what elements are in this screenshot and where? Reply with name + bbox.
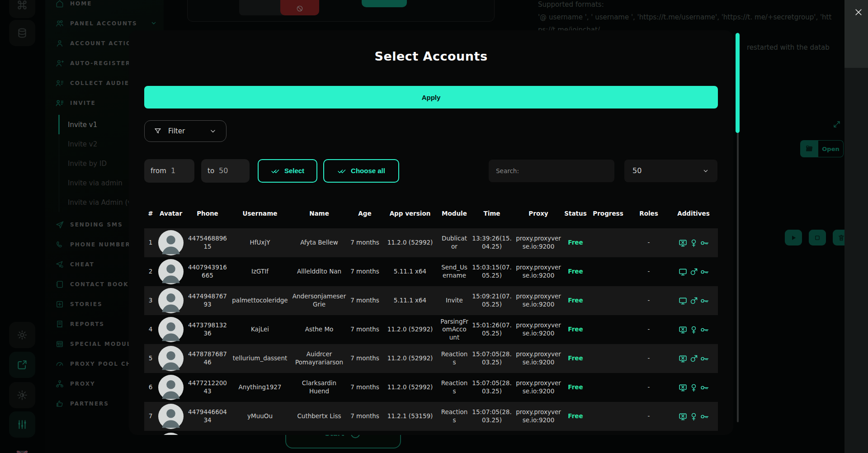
table-controls: from to Select Choose all 50 [144,158,718,183]
cell-progress [588,415,628,418]
cell-app-version: 11.2.0 (52992) [381,324,439,335]
monitor-x-icon [678,354,688,363]
status-badge: Free [563,295,588,307]
from-input[interactable] [171,166,186,175]
male-icon [689,354,698,363]
table-row[interactable]: 3447494876793palmettocoleridgeAndersonja… [144,286,718,315]
cell-username: HfUxjY [230,237,290,249]
cell-module: Reactions [439,406,470,426]
cell-name: Auidrcer Pomayrariarson [290,349,349,368]
column-header-age: Age [349,210,381,217]
cell-phone: 447878768746 [185,349,230,368]
table-row[interactable]: 4447379813236KajLeiAsthe Mo7 months11.2.… [144,315,718,344]
per-page-select[interactable]: 50 [624,160,717,182]
cell-phone: 447944660434 [185,406,230,426]
avatar [158,230,184,255]
column-header-status: Status [563,210,588,217]
search-input[interactable] [489,167,614,175]
cell-time: 15:09:21(07.05.25) [470,291,514,310]
table-row[interactable]: 844746650553unsaturationamaReactions15:0… [144,431,718,435]
monitor-x-icon [678,325,688,335]
monitor-x-icon [678,383,688,392]
key-icon [700,238,709,248]
cell-proxy: proxy.proxyverse.io:9200 [514,262,563,281]
cell-additives [670,323,717,336]
cell-module: Reactions [439,378,470,397]
table-row[interactable]: 24407943916665IzGTIfAlllelddlto Nan7 mon… [144,257,718,286]
cell-additives [670,381,717,394]
table-row[interactable]: 7447944660434yMuuOuCuthbertx Liss7 month… [144,402,718,431]
double-check-icon [337,166,346,175]
column-header-proxy: Proxy [514,210,563,217]
avatar [158,346,184,371]
cell-app-version: 5.11.1 x64 [381,295,439,307]
cell-age: 7 months [349,295,381,307]
column-header-app-version: App version [381,210,439,217]
cell-age: 7 months [349,382,381,393]
cell-progress [588,241,628,245]
modal-scrollbar-thumb[interactable] [736,33,740,133]
filter-dropdown[interactable]: Filter [144,120,226,142]
cell-index: 6 [144,382,157,393]
cell-username: IzGTIf [230,266,290,278]
cell-roles: - [628,382,670,393]
cell-age: 7 months [349,324,381,335]
double-check-icon [271,166,280,175]
avatar [158,259,184,284]
column-header-additives: Additives [670,210,717,217]
cell-app-version: 11.2.0 (52992) [381,382,439,393]
table-row[interactable]: 1447546889615HfUxjYAfyta Bellew7 months1… [144,228,718,257]
column-header--: # [144,210,157,217]
table-header-row: #AvatarPhoneUsernameNameAgeApp versionMo… [144,205,718,222]
cell-phone: 4407943916665 [185,262,230,281]
key-icon [700,354,709,363]
status-badge: Free [563,353,588,364]
cell-additives [670,294,717,307]
apply-button[interactable]: Apply [144,86,718,109]
cell-additives [670,352,717,365]
cell-time: 13:39:26(15.04.25) [470,233,514,252]
table-row[interactable]: 6447721220043Anything1927Clarksardin Hue… [144,373,718,402]
cell-index: 3 [144,295,157,307]
cell-progress [588,270,628,274]
cell-age: 7 months [349,237,381,249]
cell-username: KajLei [230,324,290,335]
chevron-down-icon [702,167,709,175]
right-edge-strip [844,0,868,453]
cell-age: 7 months [349,266,381,278]
avatar [158,288,184,313]
table-row[interactable]: 5447878768746tellurium_dassentAuidrcer P… [144,344,718,373]
cell-username: palmettocoleridge [230,295,290,307]
close-icon [854,8,863,17]
choose-all-button[interactable]: Choose all [323,159,399,183]
cell-progress [588,357,628,360]
status-badge: Free [563,237,588,249]
cell-avatar [157,431,185,435]
cell-avatar [157,315,185,344]
to-input[interactable] [219,166,234,175]
cell-app-version: 11.2.1 (53159) [381,411,439,422]
cell-module: Send_Username [439,262,470,281]
to-field: to [201,159,250,183]
cell-age: 7 months [349,353,381,364]
cell-app-version: 11.2.0 (52992) [381,237,439,249]
monitor-x-icon [678,238,688,248]
key-icon [700,383,709,392]
filter-label: Filter [168,127,185,135]
male-icon [689,267,698,277]
cell-roles: - [628,266,670,278]
select-button[interactable]: Select [258,159,317,183]
status-badge: Free [563,382,588,393]
select-accounts-modal: Select Accounts Apply Filter from to Sel… [129,30,733,435]
cell-time: 15:07:05(28.03.25) [470,378,514,397]
cell-app-version: 11.2.0 (52992) [381,353,439,364]
cell-time: 15:03:15(07.05.25) [470,262,514,281]
cell-additives [670,265,717,278]
close-modal-button[interactable] [851,5,866,20]
column-header-module: Module [439,210,470,217]
monitor-x-icon [678,412,688,421]
cell-time: 15:01:26(07.05.25) [470,320,514,339]
search-field [489,160,614,182]
cell-index: 4 [144,324,157,335]
key-icon [700,412,709,421]
